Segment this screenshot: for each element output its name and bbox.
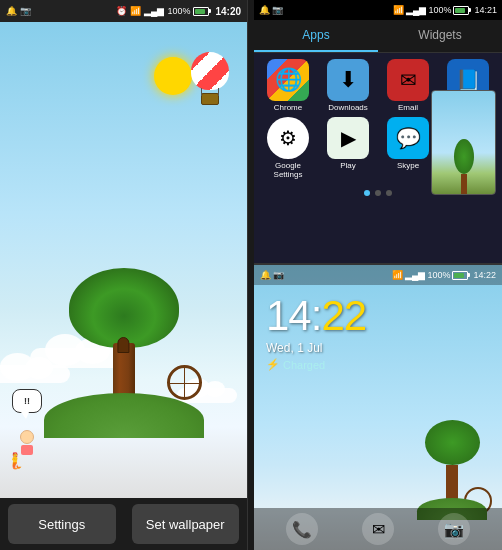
- play-icon: ▶: [327, 117, 369, 159]
- tab-apps[interactable]: Apps: [254, 20, 378, 52]
- lock-battery-icon: [452, 271, 468, 280]
- tab-widgets[interactable]: Widgets: [378, 20, 502, 52]
- settings-button[interactable]: Settings: [8, 504, 116, 544]
- lock-statusbar-left: 🔔 📷: [260, 270, 284, 280]
- downloads-icon: ⬇: [327, 59, 369, 101]
- wallpaper-thumbnail: [431, 90, 496, 195]
- app-play[interactable]: ▶ Play: [320, 117, 376, 180]
- lockscreen-time-area: 14:22: [254, 285, 502, 339]
- left-phone: 🔔 📷 ⏰ 📶 ▂▄▆ 100% 14:20: [0, 0, 248, 550]
- lockscreen-bottom-icons: 📞 ✉ 📷: [254, 508, 502, 550]
- charging-icon: ⚡: [266, 358, 280, 371]
- lock-tree-trunk: [446, 465, 458, 500]
- apps-screen: 🔔 📷 📶 ▂▄▆ 100% 14:21 Apps Widgets: [254, 0, 502, 265]
- thumb-canopy: [454, 139, 474, 174]
- signal-icon-r: ▂▄▆: [406, 5, 426, 15]
- time-r: 14:21: [474, 5, 497, 15]
- app-chrome[interactable]: 🌐 Chrome: [260, 59, 316, 113]
- dot-3: [386, 190, 392, 196]
- time-display: 14:20: [215, 6, 241, 17]
- play-label: Play: [340, 161, 356, 171]
- lock-minute: 22: [321, 292, 366, 339]
- app-downloads[interactable]: ⬇ Downloads: [320, 59, 376, 113]
- hot-air-balloon: [187, 52, 232, 107]
- balloon-rope-right: [218, 88, 219, 96]
- thumb-trunk: [461, 174, 467, 194]
- statusbar-right: ⏰ 📶 ▂▄▆ 100% 14:20: [116, 6, 241, 17]
- thumb-tree: [444, 139, 484, 189]
- dot-2: [375, 190, 381, 196]
- notification-icon-r: 🔔: [259, 5, 270, 15]
- wifi-icon: 📶: [130, 6, 141, 16]
- set-wallpaper-button[interactable]: Set wallpaper: [132, 504, 240, 544]
- speech-bubble: !!: [12, 389, 42, 413]
- google-settings-label: Google Settings: [260, 161, 316, 180]
- google-settings-icon: ⚙: [267, 117, 309, 159]
- app-skype[interactable]: 💬 Skype: [380, 117, 436, 180]
- signal-icon: ▂▄▆: [144, 6, 164, 16]
- lock-wifi-icon: 📶: [392, 270, 403, 280]
- lock-tree-canopy: [425, 420, 480, 465]
- wallpaper-scene: !! 🧜: [0, 22, 247, 498]
- lockscreen-tree: [412, 420, 492, 520]
- dot-1: [364, 190, 370, 196]
- app-google-settings[interactable]: ⚙ Google Settings: [260, 117, 316, 180]
- wheel: [167, 365, 202, 400]
- lock-time-big: 14:22: [266, 295, 490, 337]
- lock-statusbar-right: 📶 ▂▄▆ 100% 14:22: [392, 270, 496, 280]
- tree-canopy: [69, 268, 179, 348]
- lock-hour: 14:: [266, 292, 321, 339]
- lockscreen: 🔔 📷 📶 ▂▄▆ 100% 14:22 14:22 Wed, 1 Jul: [254, 265, 502, 550]
- statusbar-left: 🔔 📷: [259, 5, 283, 15]
- right-top-statusbar: 🔔 📷 📶 ▂▄▆ 100% 14:21: [254, 0, 502, 20]
- tree-island: [34, 338, 214, 438]
- lock-phone-icon[interactable]: 📞: [286, 513, 318, 545]
- screenshot-icon-r: 📷: [272, 5, 283, 15]
- statusbar-right-r: 📶 ▂▄▆ 100% 14:21: [393, 5, 497, 15]
- alarm-icon: ⏰: [116, 6, 127, 16]
- lock-battery-pct: 100%: [427, 270, 450, 280]
- battery-pct-r: 100%: [428, 5, 451, 15]
- treehouse-door: [117, 337, 129, 353]
- lock-email-icon[interactable]: ✉: [362, 513, 394, 545]
- left-statusbar: 🔔 📷 ⏰ 📶 ▂▄▆ 100% 14:20: [0, 0, 247, 22]
- battery-icon: [193, 7, 209, 16]
- statusbar-left-icons: 🔔 📷: [6, 6, 31, 16]
- lock-time: 14:22: [473, 270, 496, 280]
- balloon-body: [191, 52, 229, 90]
- battery-percent: 100%: [167, 6, 190, 16]
- lockscreen-statusbar: 🔔 📷 📶 ▂▄▆ 100% 14:22: [254, 265, 502, 285]
- lock-camera-icon[interactable]: 📷: [438, 513, 470, 545]
- lock-notif-icon: 🔔: [260, 270, 271, 280]
- char-head: [20, 430, 34, 444]
- apps-widgets-tabs: Apps Widgets: [254, 20, 502, 53]
- battery-icon-r: [453, 6, 469, 15]
- email-label: Email: [398, 103, 418, 113]
- lock-screenshot-icon: 📷: [273, 270, 284, 280]
- mermaid-character: 🧜: [5, 451, 25, 470]
- email-icon: ✉: [387, 59, 429, 101]
- lock-charged-status: ⚡ Charged: [254, 357, 502, 372]
- bottom-bar: Settings Set wallpaper: [0, 498, 247, 550]
- lock-date: Wed, 1 Jul: [254, 339, 502, 357]
- balloon-basket: [201, 93, 219, 105]
- downloads-label: Downloads: [328, 103, 368, 113]
- skype-label: Skype: [397, 161, 419, 171]
- notification-icon: 🔔: [6, 6, 17, 16]
- lock-signal-icon: ▂▄▆: [405, 270, 425, 280]
- main-container: 🔔 📷 ⏰ 📶 ▂▄▆ 100% 14:20: [0, 0, 502, 550]
- app-email[interactable]: ✉ Email: [380, 59, 436, 113]
- balloon-rope-left: [201, 88, 202, 96]
- wifi-icon-r: 📶: [393, 5, 404, 15]
- right-panel: 🔔 📷 📶 ▂▄▆ 100% 14:21 Apps Widgets: [254, 0, 502, 550]
- chrome-icon: 🌐: [267, 59, 309, 101]
- screenshot-icon: 📷: [20, 6, 31, 16]
- green-hill: [44, 393, 204, 438]
- skype-icon: 💬: [387, 117, 429, 159]
- chrome-label: Chrome: [274, 103, 302, 113]
